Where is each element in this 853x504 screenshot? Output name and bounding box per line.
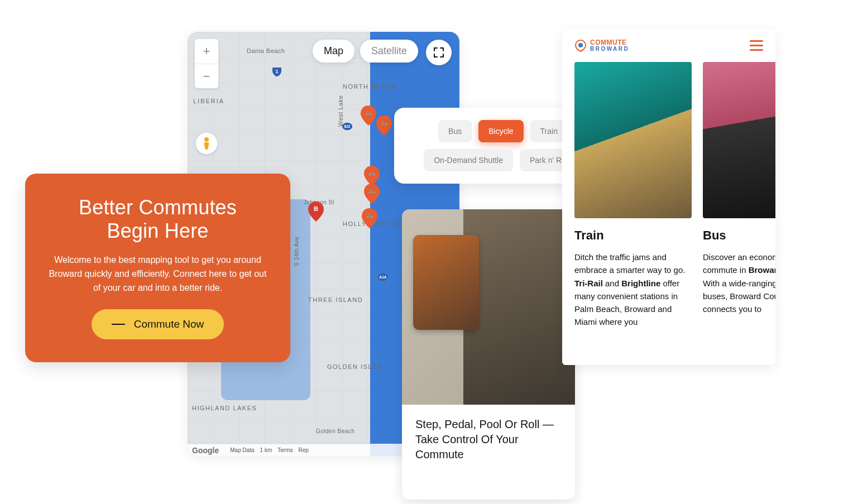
map-label-johnson: Johnson St	[304, 199, 334, 205]
map-label-golden-isles: GOLDEN ISLES	[327, 363, 382, 370]
mobile-card-bus[interactable]: BusDiscover an economical way to commute…	[703, 62, 775, 329]
map-label-north-beach: NORTH BEACH	[343, 83, 396, 90]
map-label-three-island: THREE ISLAND	[308, 296, 363, 303]
map-pin-bike-1[interactable]: 🚲	[361, 105, 376, 126]
map-pin-destination[interactable]: B	[308, 201, 324, 222]
hamburger-menu[interactable]	[750, 40, 763, 51]
pegman-button[interactable]	[195, 132, 218, 155]
zoom-in-button[interactable]: +	[195, 39, 218, 64]
mobile-card-description: Discover an economical way to commute in…	[703, 251, 775, 315]
svg-text:822: 822	[344, 124, 350, 128]
map-pin-bike-2[interactable]: 🚲	[376, 116, 392, 136]
svg-text:B: B	[314, 205, 318, 212]
logo-mark-icon	[574, 40, 587, 52]
bike-icon: 🚲	[368, 186, 376, 194]
svg-point-3	[378, 273, 388, 281]
commute-now-button[interactable]: Commute Now	[92, 309, 224, 339]
filter-chip-bus[interactable]: Bus	[438, 120, 472, 142]
map-type-satellite[interactable]: Satellite	[360, 40, 418, 63]
zoom-out-button[interactable]: −	[195, 64, 218, 88]
map-label-s14: S 14th Ave	[294, 237, 300, 266]
brand-logo[interactable]: COMMUTE BROWARD	[574, 39, 629, 52]
mobile-card-title: Train	[574, 228, 692, 243]
content-image	[402, 209, 575, 405]
filter-chip-bicycle[interactable]: Bicycle	[478, 120, 523, 142]
svg-text:1: 1	[275, 69, 278, 74]
svg-point-5	[312, 204, 320, 213]
svg-point-9	[367, 168, 377, 178]
hwy-shield-a1a: A1A	[377, 273, 389, 284]
bike-icon: 🚲	[380, 118, 389, 126]
content-card: Step, Pedal, Pool Or Roll — Take Control…	[402, 209, 575, 500]
mobile-thumb-bus	[703, 62, 775, 218]
map-pin-bike-5[interactable]: 🚲	[362, 208, 377, 228]
pegman-icon	[202, 137, 212, 150]
svg-point-8	[379, 118, 389, 128]
bike-icon: 🚲	[368, 169, 376, 176]
svg-point-1	[342, 123, 352, 130]
mobile-header: COMMUTE BROWARD	[562, 29, 775, 62]
map-label-golden-beach: Golden Beach	[316, 428, 354, 434]
bike-icon: 🚲	[365, 108, 373, 116]
svg-point-10	[367, 186, 377, 196]
dash-icon	[112, 324, 125, 325]
filter-chip-on-demand-shuttle[interactable]: On-Demand Shuttle	[424, 149, 513, 171]
fullscreen-button[interactable]	[426, 40, 452, 65]
svg-point-12	[204, 137, 209, 142]
map-report-link[interactable]: Rep	[299, 447, 309, 453]
hero-title: Better Commutes Begin Here	[45, 196, 270, 243]
mobile-card-description: Ditch the traffic jams and embrace a sma…	[574, 251, 692, 329]
map-zoom-control: + −	[194, 39, 219, 89]
hero-description: Welcome to the best mapping tool to get …	[45, 253, 270, 295]
map-label-dania-beach: Dania Beach	[247, 47, 285, 54]
hwy-shield-822: 822	[342, 122, 353, 133]
mobile-preview: COMMUTE BROWARD TrainDitch the traffic j…	[562, 29, 775, 365]
hero-card: Better Commutes Begin Here Welcome to th…	[25, 174, 290, 362]
map-data-label[interactable]: Map Data	[230, 447, 254, 453]
cta-label: Commute Now	[134, 318, 204, 330]
content-title: Step, Pedal, Pool Or Roll — Take Control…	[415, 417, 562, 462]
map-type-map[interactable]: Map	[313, 40, 354, 63]
google-logo: Google	[192, 446, 219, 455]
map-terms-link[interactable]: Terms	[277, 447, 293, 453]
map-type-toggle: Map Satellite	[313, 40, 418, 63]
map-label-west-lake: West Lake	[337, 95, 344, 127]
brand-line2: BROWARD	[590, 46, 629, 52]
content-image-main	[463, 209, 575, 405]
svg-text:A1A: A1A	[379, 275, 387, 279]
svg-point-11	[365, 210, 375, 220]
bike-icon: 🚲	[366, 211, 374, 219]
mobile-card-train[interactable]: TrainDitch the traffic jams and embrace …	[574, 62, 692, 329]
svg-point-13	[578, 43, 583, 47]
map-label-highland-lakes: HIGHLAND LAKES	[192, 405, 257, 411]
fullscreen-icon	[434, 47, 444, 57]
svg-point-7	[363, 108, 373, 118]
map-pin-bike-4[interactable]: 🚲	[364, 184, 380, 204]
mobile-card-title: Bus	[703, 228, 775, 243]
map-label-liberia: LIBERIA	[193, 98, 224, 104]
content-image-inset	[413, 235, 479, 330]
hwy-shield-1: 1	[271, 66, 282, 78]
brand-line1: COMMUTE	[590, 39, 629, 46]
map-scale: 1 km	[260, 447, 272, 453]
mobile-thumb-train	[574, 62, 692, 218]
map-pin-bike-3[interactable]: 🚲	[364, 166, 380, 186]
